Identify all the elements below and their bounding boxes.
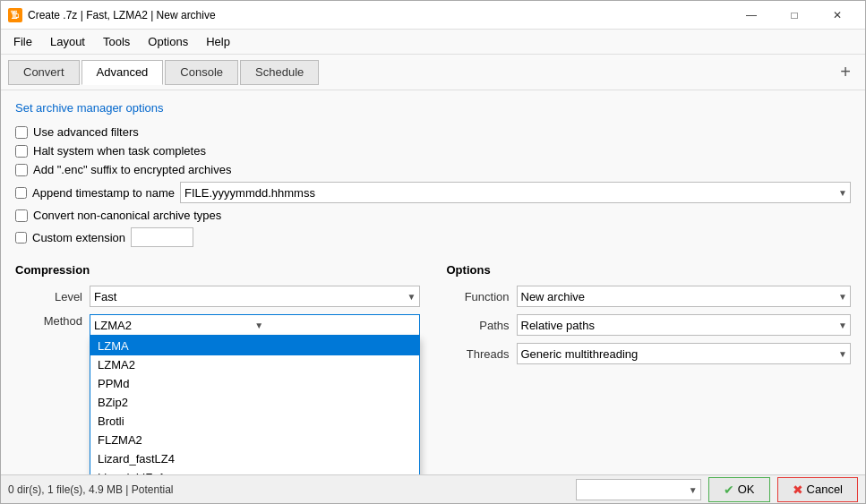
timestamp-select[interactable]: FILE.yyyymmdd.hhmmss	[180, 182, 851, 203]
menu-options[interactable]: Options	[139, 32, 197, 51]
method-option-lizard-fastlz4[interactable]: Lizard_fastLZ4	[90, 449, 419, 468]
ok-label: OK	[738, 483, 755, 496]
main-content: Set archive manager options Use advanced…	[1, 90, 865, 474]
tab-convert[interactable]: Convert	[8, 60, 80, 85]
custom-ext-checkbox[interactable]	[15, 232, 27, 243]
method-option-brotli[interactable]: Brotli	[90, 412, 419, 431]
close-button[interactable]: ✕	[817, 1, 858, 30]
method-option-flzma2[interactable]: FLZMA2	[90, 431, 419, 449]
statusbar-select-wrapper: ▼	[576, 479, 701, 500]
cancel-x-icon: ✖	[793, 483, 803, 497]
status-text: 0 dir(s), 1 file(s), 4.9 MB | Potential	[8, 483, 569, 496]
method-option-bzip2[interactable]: BZip2	[90, 393, 419, 412]
timestamp-label[interactable]: Append timestamp to name	[32, 186, 175, 200]
menu-bar: File Layout Tools Options Help	[1, 30, 865, 55]
paths-label: Paths	[447, 319, 510, 332]
status-bar: 0 dir(s), 1 file(s), 4.9 MB | Potential …	[1, 474, 865, 503]
method-option-lzma2[interactable]: LZMA	[90, 337, 419, 355]
halt-system-checkbox[interactable]	[15, 145, 28, 158]
method-selected-display[interactable]: LZMA2 ▼	[90, 314, 420, 336]
advanced-filters-checkbox[interactable]	[15, 126, 28, 139]
custom-ext-label[interactable]: Custom extension	[32, 231, 125, 244]
tab-schedule[interactable]: Schedule	[240, 60, 319, 85]
ok-button[interactable]: ✔ OK	[708, 477, 770, 502]
custom-ext-input[interactable]	[131, 227, 193, 247]
archive-manager-link[interactable]: Set archive manager options	[15, 101, 851, 115]
method-row: Method LZMA2 ▼ LZMA LZMA2 PPMd BZip2 Bro…	[15, 314, 420, 336]
non-canonical-checkbox[interactable]	[15, 209, 28, 222]
method-dropdown-container[interactable]: LZMA2 ▼ LZMA LZMA2 PPMd BZip2 Brotli FLZ…	[90, 314, 420, 336]
enc-suffix-label[interactable]: Add ".enc" suffix to encrypted archives	[33, 163, 231, 176]
threads-row: Threads Generic multithreading ▼	[447, 343, 852, 364]
checkbox-row-halt-system: Halt system when task completes	[15, 144, 851, 158]
app-icon: 🗜	[8, 8, 22, 22]
timestamp-checkbox[interactable]	[15, 187, 27, 199]
function-row: Function New archive ▼	[447, 286, 852, 307]
method-option-ppmd[interactable]: PPMd	[90, 374, 419, 393]
menu-file[interactable]: File	[4, 32, 41, 51]
method-selected-value: LZMA2	[94, 319, 254, 332]
options-title: Options	[447, 263, 852, 277]
cancel-button[interactable]: ✖ Cancel	[777, 477, 858, 502]
function-label: Function	[447, 290, 510, 303]
two-column-section: Compression Level Fast ▼ Method	[15, 263, 851, 464]
options-section: Options Function New archive ▼ Paths Re	[447, 263, 852, 464]
method-option-lzma2-2[interactable]: LZMA2	[90, 355, 419, 374]
level-select[interactable]: Fast	[90, 286, 420, 307]
tab-advanced[interactable]: Advanced	[81, 60, 164, 85]
threads-label: Threads	[447, 347, 510, 361]
minimize-button[interactable]: —	[731, 1, 772, 30]
timestamp-row: Append timestamp to name FILE.yyyymmdd.h…	[15, 182, 851, 203]
ok-check-icon: ✔	[724, 483, 734, 497]
compression-section: Compression Level Fast ▼ Method	[15, 263, 420, 464]
method-dropdown: LZMA LZMA2 PPMd BZip2 Brotli FLZMA2 Liza…	[90, 336, 420, 474]
statusbar-select[interactable]	[576, 479, 701, 500]
method-label: Method	[15, 314, 82, 328]
cancel-label: Cancel	[807, 483, 843, 496]
menu-tools[interactable]: Tools	[94, 32, 139, 51]
method-option-lizard-lizv1[interactable]: Lizard_LIZv1	[90, 468, 419, 474]
function-select[interactable]: New archive	[517, 286, 852, 307]
enc-suffix-checkbox[interactable]	[15, 164, 28, 176]
checkbox-row-enc-suffix: Add ".enc" suffix to encrypted archives	[15, 163, 851, 176]
method-dropdown-arrow: ▼	[254, 320, 415, 330]
toolbar: Convert Advanced Console Schedule +	[1, 55, 865, 90]
maximize-button[interactable]: □	[774, 1, 815, 30]
checkbox-row-non-canonical: Convert non-canonical archive types	[15, 209, 851, 222]
window-controls: — □ ✕	[731, 1, 858, 30]
title-bar: 🗜 Create .7z | Fast, LZMA2 | New archive…	[1, 1, 865, 30]
window-title: Create .7z | Fast, LZMA2 | New archive	[28, 9, 731, 21]
add-tab-button[interactable]: +	[833, 60, 858, 85]
paths-select[interactable]: Relative paths	[517, 314, 852, 336]
paths-row: Paths Relative paths ▼	[447, 314, 852, 336]
checkbox-row-advanced-filters: Use advanced filters	[15, 125, 851, 139]
compression-title: Compression	[15, 263, 420, 277]
menu-help[interactable]: Help	[197, 32, 239, 51]
level-row: Level Fast ▼	[15, 286, 420, 307]
menu-layout[interactable]: Layout	[41, 32, 94, 51]
halt-system-label[interactable]: Halt system when task completes	[33, 144, 206, 158]
advanced-filters-label[interactable]: Use advanced filters	[33, 125, 139, 139]
level-label: Level	[15, 290, 82, 303]
custom-ext-row: Custom extension	[15, 227, 851, 247]
non-canonical-label[interactable]: Convert non-canonical archive types	[33, 209, 221, 222]
tab-console[interactable]: Console	[165, 60, 238, 85]
threads-select[interactable]: Generic multithreading	[517, 343, 852, 364]
